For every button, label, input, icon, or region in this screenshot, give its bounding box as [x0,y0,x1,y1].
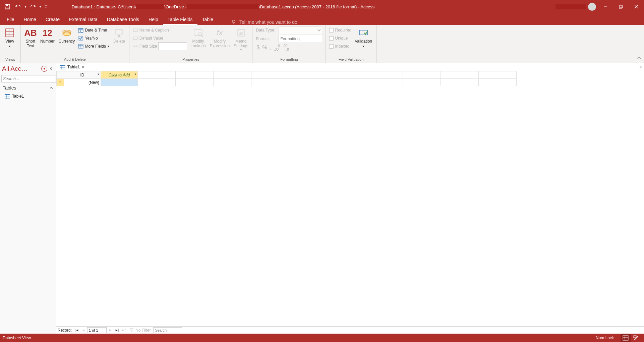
blank-cell [479,79,517,86]
indexed-label: Indexed [335,44,349,49]
column-header-id[interactable]: ID ▼ [64,71,101,79]
more-fields-button[interactable]: More Fields ▼ [77,42,111,50]
undo-button[interactable] [13,2,23,11]
more-fields-label: More Fields [85,44,106,49]
field-size-row: Field Size [131,42,189,50]
object-tab-label: Table1 [67,65,80,69]
redo-dropdown[interactable]: ▼ [39,5,42,8]
close-all-tabs-button[interactable]: × [639,64,642,70]
datasheet-grid[interactable]: ID ▼ Click to Add ▼ [56,71,644,326]
svg-rect-2 [6,7,9,9]
tab-help[interactable]: Help [144,14,163,25]
svg-rect-23 [78,44,83,48]
data-type-label: Data Type: [256,28,277,33]
undo-dropdown[interactable]: ▼ [24,5,27,8]
redacted-username [555,4,586,9]
svg-rect-12 [6,29,14,37]
tab-external-data[interactable]: External Data [64,14,102,25]
delete-label: Delete [113,39,125,44]
currency-icon [61,27,72,38]
yes-no-label: Yes/No [85,36,98,41]
customize-qat-button[interactable] [43,2,49,11]
nav-search-input[interactable] [1,75,55,82]
nav-title[interactable]: All Acc… [2,65,40,72]
close-tab-button[interactable]: × [82,65,84,69]
nav-search [1,75,55,82]
design-view-button[interactable] [631,334,641,342]
click-to-add-label: Click to Add [109,73,130,77]
close-button[interactable] [629,0,644,13]
object-tab-table1[interactable]: Table1 × [57,63,87,71]
blank-column [214,71,251,79]
tab-file[interactable]: File [2,14,19,25]
group-views: View ▼ Views [0,25,21,63]
blank-cell [289,79,327,86]
yes-no-button[interactable]: Yes/No [77,34,111,42]
nav-section-tables[interactable]: Tables [0,83,56,93]
record-search-input[interactable] [153,327,182,333]
size-icon [133,44,138,49]
tab-table[interactable]: Table [197,14,218,25]
currency-format-icon: $ [256,45,259,51]
save-button[interactable] [3,2,12,11]
column-dropdown-icon[interactable]: ▼ [134,73,137,76]
minimize-button[interactable] [598,0,613,13]
avatar[interactable] [588,2,596,11]
tell-me-search[interactable]: Tell me what you want to do [231,19,297,25]
new-record-row[interactable]: * (New) [57,79,517,86]
next-record-button: ► [107,327,113,333]
redo-button[interactable] [28,2,38,11]
svg-line-35 [201,36,203,37]
date-time-button[interactable]: Date & Time [77,26,111,34]
nav-item-label: Table1 [12,94,24,99]
blank-column [479,71,517,79]
short-text-button[interactable]: AB Short Text [23,26,38,50]
column-header-label: ID [80,73,84,77]
tab-table-fields[interactable]: Table Fields [163,14,197,25]
group-add-delete: AB Short Text 12 Number Currency Date & … [21,25,129,63]
memo-settings-button: ab Memo Settings ▼ [232,26,250,53]
record-position-input[interactable] [87,327,107,333]
decrease-decimal-icon: .00→.0 [283,44,289,51]
tab-database-tools[interactable]: Database Tools [102,14,144,25]
nav-collapse-button[interactable] [49,66,54,71]
maximize-button[interactable] [613,0,629,13]
numlock-indicator: Num Lock [596,336,614,340]
name-caption-label: Name & Caption [139,28,169,33]
select-all-cell[interactable] [57,71,64,79]
nav-filter-button[interactable]: ▼ [41,66,47,72]
group-properties-label: Properties [131,57,250,62]
chevron-down-icon: ▼ [240,48,242,51]
column-dropdown-icon[interactable]: ▼ [97,73,100,76]
svg-rect-30 [133,29,137,32]
format-row: Format: [254,35,324,43]
redacted-org [187,4,259,9]
collapse-ribbon-button[interactable] [636,55,643,61]
datasheet-area: Table1 × × ID ▼ Click to Add ▼ [56,63,644,334]
record-label: Record: [58,328,72,333]
nav-header: All Acc… ▼ [0,63,56,74]
datasheet-view-button[interactable] [621,334,631,342]
view-button[interactable]: View ▼ [2,26,17,49]
tab-create[interactable]: Create [41,14,64,25]
column-header-click-to-add[interactable]: Click to Add ▼ [101,71,138,79]
title-segment-1: Database1 : Database- C:\Users\ [72,4,136,9]
view-dropdown-icon: ▼ [8,45,11,48]
validation-button[interactable]: Validation ▼ [353,26,374,49]
unique-label: Unique [335,36,348,41]
blank-column [403,71,441,79]
last-record-button[interactable]: ►| [114,327,120,333]
tab-home[interactable]: Home [19,14,41,25]
currency-button[interactable]: Currency [57,26,77,45]
window-title: Database1 : Database- C:\Users\ \OneDriv… [52,4,555,9]
new-row-indicator[interactable]: * [57,79,64,86]
cell-id-new[interactable]: (New) [64,79,101,86]
no-filter-label: No Filter [135,328,151,333]
group-formatting-label: Formatting [254,57,324,62]
checkbox-icon [329,36,334,41]
nav-item-table1[interactable]: Table1 [0,93,56,100]
indexed-checkbox: Indexed [328,42,353,50]
first-record-button[interactable]: |◄ [74,327,80,333]
cell-new-selected[interactable] [101,79,138,86]
number-button[interactable]: 12 Number [38,26,57,45]
